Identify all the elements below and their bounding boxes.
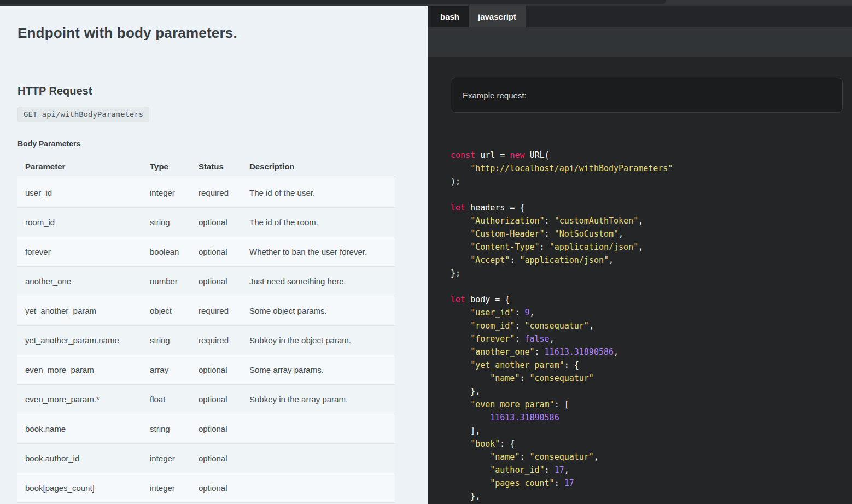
- type-cell: boolean: [142, 237, 191, 267]
- type-cell: float: [142, 385, 191, 414]
- table-row: foreverbooleanoptionalWhether to ban the…: [17, 237, 395, 267]
- description-cell: Just need something here.: [242, 267, 395, 296]
- description-cell: [242, 444, 395, 473]
- code-line: const url = new URL(: [451, 149, 843, 162]
- table-row: even_more_param.*floatoptionalSubkey in …: [17, 385, 395, 414]
- table-body: user_idintegerrequiredThe id of the user…: [17, 178, 395, 503]
- code-line: "another_one": 11613.31890586,: [451, 345, 843, 359]
- parameter-cell: book.author_id: [17, 444, 142, 473]
- status-cell: required: [191, 178, 242, 208]
- description-cell: [242, 473, 395, 503]
- code-line: "Accept": "application/json",: [451, 254, 843, 267]
- code-line: let body = {: [451, 293, 843, 306]
- content-panel: Endpoint with body parameters. HTTP Requ…: [0, 6, 428, 504]
- table-row: yet_another_param.namestringrequiredSubk…: [17, 326, 395, 355]
- code-line: "name": "consequatur": [451, 372, 843, 385]
- code-line: [451, 188, 843, 201]
- code-line: },: [451, 490, 843, 503]
- type-cell: string: [142, 208, 191, 237]
- tab-bash[interactable]: bash: [431, 6, 469, 27]
- description-cell: Subkey in the object param.: [242, 326, 395, 355]
- description-cell: Some object params.: [242, 296, 395, 326]
- code-line: };: [451, 267, 843, 280]
- status-cell: optional: [191, 237, 242, 267]
- parameter-cell: user_id: [17, 178, 142, 208]
- parameter-cell: even_more_param.*: [17, 385, 142, 414]
- code-line: [451, 280, 843, 293]
- parameter-cell: forever: [17, 237, 142, 267]
- column-header-type: Type: [142, 155, 191, 178]
- status-cell: optional: [191, 208, 242, 237]
- code-line: "forever": false,: [451, 332, 843, 345]
- type-cell: string: [142, 414, 191, 444]
- table-row: book[pages_count]integeroptional: [17, 473, 395, 503]
- type-cell: integer: [142, 473, 191, 503]
- type-cell: number: [142, 267, 191, 296]
- status-cell: optional: [191, 473, 242, 503]
- parameter-cell: another_one: [17, 267, 142, 296]
- status-cell: required: [191, 326, 242, 355]
- table-row: another_onenumberoptionalJust need somet…: [17, 267, 395, 296]
- description-cell: [242, 414, 395, 444]
- code-line: 11613.31890586: [451, 411, 843, 424]
- endpoint-method-badge: GET api/withBodyParameters: [17, 107, 149, 122]
- code-line: "room_id": "consequatur",: [451, 319, 843, 332]
- table-row: book.namestringoptional: [17, 414, 395, 444]
- tabbar-lower-band: [428, 27, 852, 57]
- table-row: room_idstringoptionalThe id of the room.: [17, 208, 395, 237]
- code-area: Example request: const url = new URL( "h…: [428, 57, 852, 504]
- type-cell: integer: [142, 178, 191, 208]
- parameter-cell: even_more_param: [17, 355, 142, 385]
- column-header-description: Description: [242, 155, 395, 178]
- code-line: "Authorization": "customAuthToken",: [451, 214, 843, 227]
- description-cell: Whether to ban the user forever.: [242, 237, 395, 267]
- status-cell: optional: [191, 355, 242, 385]
- body-parameters-table: ParameterTypeStatusDescription user_idin…: [17, 155, 395, 503]
- code-line: "http://localhost/api/withBodyParameters…: [451, 162, 843, 175]
- description-cell: Subkey in the array param.: [242, 385, 395, 414]
- main-row: Endpoint with body parameters. HTTP Requ…: [0, 6, 852, 504]
- code-line: "even_more_param": [: [451, 398, 843, 411]
- code-panel: bashjavascript Example request: const ur…: [428, 6, 852, 504]
- status-cell: required: [191, 296, 242, 326]
- code-line: "Custom-Header": "NotSoCustom",: [451, 227, 843, 241]
- code-line: "user_id": 9,: [451, 306, 843, 319]
- type-cell: string: [142, 326, 191, 355]
- parameter-cell: book[pages_count]: [17, 473, 142, 503]
- status-cell: optional: [191, 444, 242, 473]
- description-cell: The id of the user.: [242, 178, 395, 208]
- table-header-row: ParameterTypeStatusDescription: [17, 155, 395, 178]
- description-cell: Some array params.: [242, 355, 395, 385]
- tab-javascript[interactable]: javascript: [469, 6, 526, 27]
- parameter-cell: yet_another_param: [17, 296, 142, 326]
- code-line: "name": "consequatur",: [451, 450, 843, 464]
- status-cell: optional: [191, 385, 242, 414]
- parameter-cell: book.name: [17, 414, 142, 444]
- code-line: "yet_another_param": {: [451, 359, 843, 372]
- body-parameters-heading: Body Parameters: [17, 139, 412, 148]
- description-cell: The id of the room.: [242, 208, 395, 237]
- status-cell: optional: [191, 414, 242, 444]
- api-docs-page: Endpoint with body parameters. HTTP Requ…: [0, 0, 852, 504]
- http-request-heading: HTTP Request: [17, 84, 412, 97]
- code-line: "book": {: [451, 437, 843, 450]
- language-tabbar: bashjavascript: [428, 6, 852, 27]
- code-line: ],: [451, 424, 843, 437]
- code-line: "author_id": 17,: [451, 464, 843, 477]
- table-row: book.author_idintegeroptional: [17, 444, 395, 473]
- example-request-label: Example request:: [463, 91, 527, 100]
- code-line: "pages_count": 17: [451, 477, 843, 490]
- code-line: let headers = {: [451, 201, 843, 214]
- type-cell: object: [142, 296, 191, 326]
- table-row: even_more_paramarrayoptionalSome array p…: [17, 355, 395, 385]
- table-row: user_idintegerrequiredThe id of the user…: [17, 178, 395, 208]
- type-cell: integer: [142, 444, 191, 473]
- parameter-cell: yet_another_param.name: [17, 326, 142, 355]
- example-request-box: Example request:: [451, 78, 843, 113]
- code-line: },: [451, 385, 843, 398]
- parameter-cell: room_id: [17, 208, 142, 237]
- page-title: Endpoint with body parameters.: [17, 25, 412, 42]
- code-line: "Content-Type": "application/json",: [451, 241, 843, 254]
- top-bar-segment: [0, 0, 666, 4]
- table-row: yet_another_paramobjectrequiredSome obje…: [17, 296, 395, 326]
